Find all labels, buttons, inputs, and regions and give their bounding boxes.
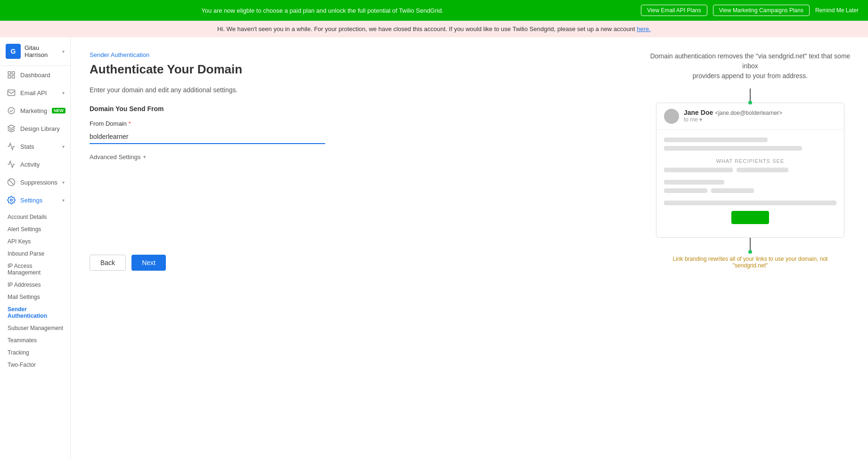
user-menu[interactable]: G Gitau Harrison ▾ — [0, 37, 70, 66]
connector-bottom — [750, 238, 751, 252]
sidebar-label-suppressions: Suppressions — [20, 179, 57, 186]
submenu-ip-access-management[interactable]: IP Access Management — [0, 260, 70, 279]
stats-icon — [7, 142, 16, 151]
sidebar-label-marketing: Marketing — [20, 107, 47, 114]
sidebar-item-dashboard[interactable]: Dashboard — [0, 66, 70, 84]
required-star: * — [129, 120, 131, 127]
email-cta-preview-button — [731, 211, 769, 224]
svg-rect-0 — [8, 72, 10, 74]
content-area: Sender Authentication Authenticate Your … — [71, 37, 868, 459]
form-description: Enter your domain and edit any additiona… — [90, 86, 614, 94]
sk-r4 — [664, 201, 836, 205]
submenu-inbound-parse[interactable]: Inbound Parse — [0, 248, 70, 260]
skeleton-row-1 — [664, 168, 836, 176]
email-sender-info: Jane Doe <jane.doe@bolderlearner> to me … — [684, 109, 782, 123]
view-marketing-campaigns-plans-button[interactable]: View Marketing Campaigns Plans — [713, 5, 810, 16]
view-email-api-plans-button[interactable]: View Email API Plans — [641, 5, 707, 16]
submenu-account-details[interactable]: Account Details — [0, 211, 70, 223]
sk-r1-b — [737, 168, 788, 172]
form-buttons: Back Next — [90, 255, 614, 271]
submenu-api-keys[interactable]: API Keys — [0, 235, 70, 248]
sidebar-item-marketing[interactable]: Marketing NEW ▾ — [0, 102, 70, 120]
sidebar: G Gitau Harrison ▾ Dashboard Email API ▾… — [0, 37, 71, 459]
sidebar-item-email-api[interactable]: Email API ▾ — [0, 84, 70, 102]
skeleton-line-1 — [664, 137, 768, 142]
sidebar-label-activity: Activity — [20, 161, 65, 168]
stats-chevron-icon: ▾ — [62, 144, 65, 149]
suppressions-icon — [7, 178, 16, 186]
user-chevron-icon: ▾ — [62, 49, 65, 54]
alert-text: Hi. We haven't seen you in a while. For … — [217, 25, 635, 32]
section-title: Domain You Send From — [90, 105, 614, 113]
breadcrumb: Sender Authentication — [90, 51, 614, 58]
skeleton-line-2 — [664, 146, 802, 151]
remind-me-later-link[interactable]: Remind Me Later — [815, 7, 859, 14]
right-panel: Domain authentication removes the "via s… — [632, 37, 868, 459]
sk-r1-a — [664, 168, 733, 172]
svg-point-8 — [10, 199, 13, 201]
main-form: Sender Authentication Authenticate Your … — [71, 37, 632, 459]
sidebar-label-stats: Stats — [20, 143, 57, 150]
suppressions-chevron-icon: ▾ — [62, 180, 65, 185]
page-title: Authenticate Your Domain — [90, 62, 614, 77]
link-branding-text: Link branding rewrites all of your links… — [656, 256, 844, 269]
submenu-alert-settings[interactable]: Alert Settings — [0, 223, 70, 235]
advanced-settings-label: Advanced Settings — [90, 153, 140, 161]
what-recipients-see-label: WHAT RECIPIENTS SEE — [664, 154, 836, 168]
connector-bottom-dot — [748, 250, 752, 254]
avatar: G — [6, 44, 21, 59]
email-from-addr: <jane.doe@bolderlearner> — [715, 110, 782, 116]
submenu-ip-addresses[interactable]: IP Addresses — [0, 279, 70, 291]
submenu-tracking[interactable]: Tracking — [0, 346, 70, 359]
email-card: Jane Doe <jane.doe@bolderlearner> to me … — [656, 103, 844, 238]
connector-top-dot — [748, 101, 752, 105]
sk-r2 — [664, 180, 724, 185]
sidebar-item-activity[interactable]: Activity — [0, 155, 70, 173]
submenu-two-factor[interactable]: Two-Factor — [0, 359, 70, 371]
skeleton-row-3 — [664, 188, 836, 197]
email-preview-wrapper: Jane Doe <jane.doe@bolderlearner> to me … — [656, 89, 844, 269]
advanced-settings-toggle[interactable]: Advanced Settings ▾ — [90, 153, 614, 161]
grid-icon — [7, 71, 16, 79]
submenu-subuser-management[interactable]: Subuser Management — [0, 322, 70, 334]
submenu-mail-settings[interactable]: Mail Settings — [0, 291, 70, 303]
settings-icon — [7, 196, 16, 204]
sidebar-label-settings: Settings — [20, 197, 57, 204]
sidebar-item-stats[interactable]: Stats ▾ — [0, 137, 70, 155]
email-icon — [7, 89, 16, 97]
settings-chevron-icon: ▾ — [62, 198, 65, 203]
email-api-chevron-icon: ▾ — [62, 90, 65, 96]
email-to: to me ▾ — [684, 116, 782, 123]
submenu-teammates[interactable]: Teammates — [0, 334, 70, 346]
user-name: Gitau Harrison — [25, 44, 58, 58]
svg-rect-4 — [8, 90, 15, 96]
svg-rect-3 — [12, 76, 15, 78]
sidebar-item-suppressions[interactable]: Suppressions ▾ — [0, 173, 70, 191]
sk-r3-a — [664, 188, 707, 193]
sidebar-item-settings[interactable]: Settings ▾ — [0, 191, 70, 209]
alert-bar: Hi. We haven't seen you in a while. For … — [0, 21, 868, 37]
sidebar-label-email-api: Email API — [20, 89, 57, 97]
svg-rect-1 — [12, 72, 15, 74]
email-sender-avatar — [664, 109, 679, 124]
panel-description: Domain authentication removes the "via s… — [647, 51, 854, 81]
marketing-icon — [7, 106, 16, 115]
email-header: Jane Doe <jane.doe@bolderlearner> to me … — [656, 103, 844, 130]
email-body: WHAT RECIPIENTS SEE — [656, 130, 844, 237]
banner-text: You are now eligble to choose a paid pla… — [9, 7, 635, 14]
marketing-new-badge: NEW — [52, 108, 66, 113]
settings-submenu: Account Details Alert Settings API Keys … — [0, 209, 70, 373]
back-button[interactable]: Back — [90, 255, 126, 271]
alert-here-link[interactable]: here. — [637, 25, 651, 32]
from-domain-group: From Domain * — [90, 120, 614, 144]
svg-rect-2 — [8, 76, 10, 78]
sidebar-label-design-library: Design Library — [20, 125, 65, 132]
top-banner: You are now eligble to choose a paid pla… — [0, 0, 868, 21]
sidebar-item-design-library[interactable]: Design Library — [0, 120, 70, 137]
next-button[interactable]: Next — [131, 255, 166, 271]
design-icon — [7, 124, 16, 133]
from-domain-input[interactable] — [90, 130, 325, 144]
submenu-sender-authentication[interactable]: Sender Authentication — [0, 303, 70, 322]
from-domain-label: From Domain * — [90, 120, 614, 127]
email-from-name: Jane Doe <jane.doe@bolderlearner> — [684, 109, 782, 116]
